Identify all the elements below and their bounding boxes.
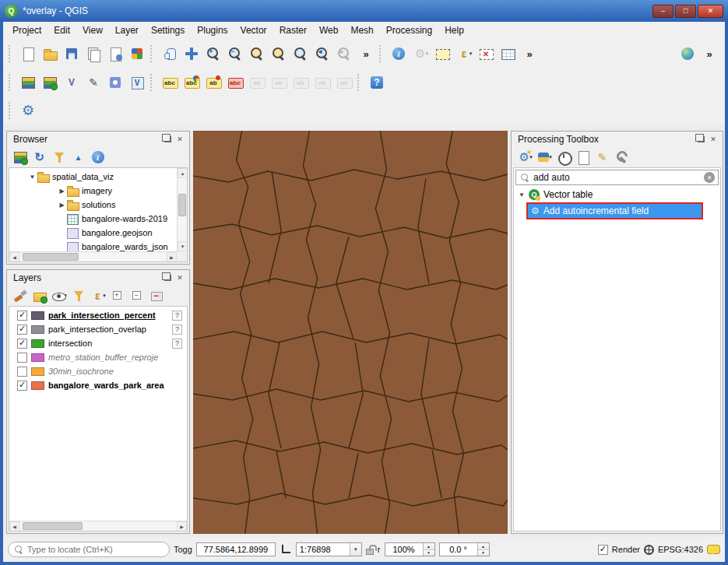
scroll-left-icon[interactable]: ◀ bbox=[9, 521, 19, 532]
scroll-down-icon[interactable]: ▼ bbox=[178, 241, 188, 251]
close-panel-button[interactable]: ✕ bbox=[707, 134, 719, 145]
algorithm-add-autoincremental-field[interactable]: ⚙ Add autoincremental field bbox=[526, 202, 703, 219]
undock-panel-button[interactable] bbox=[161, 134, 174, 145]
locator-input[interactable] bbox=[26, 544, 166, 555]
zoom-last-icon[interactable]: ◂ bbox=[311, 43, 333, 65]
deselect-features-icon[interactable]: ✕ bbox=[475, 43, 497, 65]
layer-color-swatch[interactable] bbox=[31, 311, 44, 320]
open-layer-styling-icon[interactable] bbox=[10, 286, 30, 305]
spin-up-icon[interactable]: ▲ bbox=[424, 543, 434, 549]
menu-item[interactable]: Raster bbox=[273, 25, 313, 36]
processing-search-input[interactable] bbox=[532, 171, 704, 184]
digitize-pen-icon[interactable]: ✎ bbox=[83, 72, 104, 93]
browser-tree-item[interactable]: ▶ solutions bbox=[9, 198, 177, 212]
scroll-right-icon[interactable]: ▶ bbox=[167, 252, 177, 262]
scroll-thumb[interactable] bbox=[23, 522, 83, 530]
toolbar-grip[interactable] bbox=[9, 74, 15, 91]
layer-row[interactable]: ✓ bangalore_wards_park_area bbox=[11, 378, 185, 392]
move-label-icon[interactable]: ab bbox=[246, 72, 268, 93]
add-group-icon[interactable] bbox=[30, 286, 49, 305]
layer-color-swatch[interactable] bbox=[31, 325, 44, 334]
zoom-full-extent-icon[interactable] bbox=[246, 43, 268, 65]
toolbar-grip[interactable] bbox=[9, 45, 15, 62]
toolbar-extension-icon[interactable]: » bbox=[355, 43, 377, 65]
processing-toolbox-icon[interactable]: ⚙ bbox=[17, 100, 39, 121]
layer-checkbox[interactable]: ✓ bbox=[17, 311, 27, 321]
scroll-right-icon[interactable]: ▶ bbox=[177, 521, 187, 532]
lock-scale-icon[interactable] bbox=[366, 549, 374, 555]
scroll-left-icon[interactable]: ◀ bbox=[9, 252, 19, 262]
toolbar-grip[interactable] bbox=[9, 102, 15, 119]
filter-legend-icon[interactable] bbox=[69, 286, 88, 305]
layer-color-swatch[interactable] bbox=[31, 353, 44, 362]
open-attribute-table-icon[interactable] bbox=[497, 43, 519, 65]
layer-checkbox[interactable] bbox=[17, 367, 27, 377]
titlebar[interactable]: Q *overlay - QGIS – □ ✕ bbox=[0, 0, 728, 22]
pin-labels-icon[interactable]: ab bbox=[202, 72, 224, 93]
render-checkbox[interactable]: ✓ bbox=[598, 545, 608, 555]
layer-checkbox[interactable]: ✓ bbox=[17, 339, 27, 349]
zoom-to-selection-icon[interactable] bbox=[268, 43, 290, 65]
run-feature-action-icon[interactable]: ⚙ ▾ bbox=[410, 43, 431, 65]
change-label-icon[interactable]: ab bbox=[290, 72, 311, 93]
browser-panel-header[interactable]: Browser ✕ bbox=[7, 132, 189, 147]
browser-tree-item[interactable]: ▶ imagery bbox=[9, 184, 177, 198]
zoom-out-icon[interactable]: − bbox=[224, 43, 246, 65]
processing-panel-header[interactable]: Processing Toolbox ✕ bbox=[512, 132, 723, 147]
crs-label[interactable]: EPSG:4326 bbox=[658, 545, 703, 554]
coordinate-input[interactable] bbox=[196, 542, 276, 556]
toolbar-grip[interactable] bbox=[357, 74, 364, 91]
messages-icon[interactable] bbox=[707, 545, 720, 554]
layer-row[interactable]: ✓ park_intersection_overlap ? bbox=[11, 322, 185, 336]
layer-row[interactable]: metro_station_buffer_reproje bbox=[11, 350, 185, 364]
toolbar-grip[interactable] bbox=[150, 74, 157, 91]
collapse-all-icon[interactable]: ▲ bbox=[69, 148, 88, 167]
scale-widget[interactable]: ▾ bbox=[296, 542, 362, 556]
scroll-thumb[interactable] bbox=[178, 194, 186, 216]
curved-label-icon[interactable]: ab bbox=[311, 72, 333, 93]
collapse-all-icon[interactable]: − bbox=[127, 286, 146, 305]
layer-row[interactable]: 30min_isochrone bbox=[11, 364, 185, 378]
menu-item[interactable]: Processing bbox=[380, 25, 438, 36]
unknown-crs-badge[interactable]: ? bbox=[172, 339, 182, 349]
filter-browser-icon[interactable] bbox=[49, 148, 69, 167]
close-panel-button[interactable]: ✕ bbox=[174, 134, 186, 145]
clear-search-icon[interactable]: ✕ bbox=[704, 172, 715, 183]
help-icon[interactable]: ? bbox=[366, 72, 388, 93]
advanced-digitizing-icon[interactable] bbox=[104, 72, 126, 93]
spin-up-icon[interactable]: ▲ bbox=[478, 543, 489, 549]
extents-toggle-icon[interactable] bbox=[280, 543, 292, 556]
menu-item[interactable]: Vector bbox=[234, 25, 273, 36]
results-viewer-icon[interactable] bbox=[573, 148, 593, 167]
pan-map-icon[interactable] bbox=[159, 43, 181, 65]
spin-down-icon[interactable]: ▼ bbox=[478, 549, 489, 556]
menu-item[interactable]: Help bbox=[438, 25, 470, 36]
expander-icon[interactable]: ▶ bbox=[58, 202, 66, 209]
browser-vertical-scrollbar[interactable]: ▲ ▼ bbox=[177, 168, 187, 251]
layer-color-swatch[interactable] bbox=[31, 339, 44, 348]
expander-icon[interactable]: ▶ bbox=[58, 188, 66, 195]
open-project-icon[interactable] bbox=[39, 43, 61, 65]
minimize-button[interactable]: – bbox=[652, 5, 673, 18]
magnifier-input[interactable] bbox=[385, 544, 423, 555]
menu-item[interactable]: View bbox=[76, 25, 109, 36]
crs-globe-icon[interactable] bbox=[644, 545, 654, 555]
browser-horizontal-scrollbar[interactable]: ◀ ▶ bbox=[9, 251, 177, 261]
style-manager-icon[interactable] bbox=[126, 43, 148, 65]
rotation-input[interactable] bbox=[440, 544, 477, 555]
scroll-thumb[interactable] bbox=[23, 253, 79, 261]
rotation-widget[interactable]: ▲ ▼ bbox=[439, 542, 490, 556]
algorithm-group-vector-table[interactable]: ▼ Q Vector table bbox=[514, 187, 720, 202]
data-source-manager-icon[interactable] bbox=[17, 72, 39, 93]
refresh-browser-icon[interactable]: ↻ bbox=[30, 148, 49, 167]
magnifier-widget[interactable]: ▲ ▼ bbox=[385, 542, 435, 556]
new-shapefile-layer-icon[interactable] bbox=[39, 72, 61, 93]
scale-input[interactable] bbox=[297, 544, 350, 555]
toolbar-extension-icon[interactable]: » bbox=[698, 43, 720, 65]
layer-row[interactable]: ✓ intersection ? bbox=[11, 336, 185, 350]
identify-features-icon[interactable]: i bbox=[388, 43, 410, 65]
manage-map-themes-icon[interactable]: ▾ bbox=[49, 286, 69, 305]
new-virtual-layer-icon[interactable]: V bbox=[61, 72, 83, 93]
browser-tree-item[interactable]: bangalore-wards-2019 bbox=[9, 212, 177, 226]
menu-item[interactable]: Plugins bbox=[191, 25, 234, 36]
